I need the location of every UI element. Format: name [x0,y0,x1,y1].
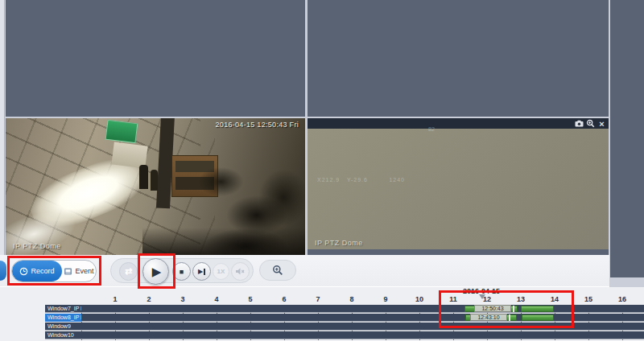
timeline-hour-label: 1 [113,295,117,303]
video-window7[interactable]: 2016-04-15 12:50:43 Fri IP PTZ Dome [6,118,305,255]
recording-time-tag: 12:43:10 [470,314,507,321]
panel-collapse-handle[interactable] [0,261,6,281]
play-button[interactable]: ▶ [142,258,169,285]
osd-timestamp: 2016-04-15 12:50:43 Fri [216,121,299,129]
timeline-row-label[interactable]: Window7_IP PTZ ... [45,305,81,313]
timeline-rows: Window7_IP PTZ ...12:50:43Window8_IP PTZ… [0,305,644,340]
play-icon: ▶ [152,265,162,279]
timeline-hour-label: 14 [551,295,559,303]
timeline-hour-label: 2 [147,295,151,303]
snapshot-icon[interactable] [575,119,584,128]
recording-bar[interactable] [521,306,554,312]
playback-position-line [509,314,510,321]
next-frame-button[interactable]: ▶ [192,262,211,281]
transport-button-group: ⇄ ▶ ■ ▶ 1X [110,258,254,283]
timeline-hour-label: 8 [349,295,353,303]
timeline-hour-label: 11 [449,295,457,303]
osd-preset-number: 82 [428,126,435,132]
timeline-row-label[interactable]: Window8_IP PTZ ... [45,314,81,322]
timeline-hour-label: 16 [618,295,626,303]
stop-icon: ■ [180,268,184,276]
shadow [142,228,305,255]
next-frame-icon: ▶ [198,269,205,275]
timeline-row-label[interactable]: Window9 [45,323,81,331]
osd-camera-name: IP PTZ Dome [13,242,61,250]
timeline-row[interactable]: Window10 [45,331,644,339]
mute-button[interactable] [231,262,250,281]
green-sign [105,120,138,143]
close-icon[interactable]: × [597,119,606,128]
timeline-hour-label: 10 [415,295,423,303]
timeline-zoom-button[interactable] [259,260,296,281]
recording-time-tag: 12:50:43 [474,305,511,312]
digital-zoom-icon[interactable] [586,119,595,128]
speed-button[interactable]: 1X [213,263,229,280]
timeline-row[interactable]: Window7_IP PTZ ...12:50:43 [45,305,644,313]
timeline-row-label[interactable]: Window10 [45,331,81,339]
sync-icon: ⇄ [125,266,132,277]
video-tile-empty-3[interactable] [610,0,644,277]
video-window8[interactable]: × 82 X212.9 Y-29.6 1240 IP PTZ Dome [308,118,609,255]
playback-control-bar: Record Event ⇄ ▶ ■ ▶ 1X [0,255,609,287]
timeline-hour-label: 15 [584,295,592,303]
timeline-row[interactable]: Window8_IP PTZ ...12:43:10 [45,314,644,322]
stop-button[interactable]: ■ [172,262,191,281]
person-silhouette [139,165,148,189]
left-panel-edge [0,0,5,255]
timeline-hour-label: 7 [316,295,320,303]
timeline-hour-label: 4 [214,295,218,303]
playback-position-line [513,306,514,312]
timeline-hour-label: 13 [517,295,525,303]
tab-record-label: Record [31,267,54,275]
record-event-switch: Record Event [11,260,97,282]
tab-event[interactable]: Event [62,261,96,281]
playback-window: 2016-04-15 12:50:43 Fri IP PTZ Dome × 82… [0,0,644,341]
video-frame [308,129,609,249]
magnifier-zoom-icon [272,265,283,276]
osd-ptz-coordinates: X212.9 Y-29.6 1240 [317,177,405,183]
video-tile-empty-1[interactable] [6,0,305,117]
timeline-hour-label: 3 [180,295,184,303]
timeline-panel: 2016-04-15 12345678910111213141516 Windo… [0,287,644,341]
clock-icon [19,267,28,276]
timeline-hour-label: 5 [248,295,252,303]
person-silhouette [151,170,158,191]
tab-event-label: Event [75,267,93,275]
video-tile-empty-2[interactable] [308,0,609,117]
osd-camera-name: IP PTZ Dome [315,239,363,247]
event-icon [64,267,72,276]
timeline-cursor-marker[interactable] [479,294,485,299]
tab-record[interactable]: Record [12,261,62,281]
speaker-muted-icon [235,267,246,276]
sync-playback-button[interactable]: ⇄ [119,262,138,281]
speed-label: 1X [217,268,225,275]
tile-toolbar: × [308,118,609,129]
timeline-hour-label: 6 [282,295,286,303]
recording-bar[interactable] [522,314,554,321]
timeline-hour-label: 9 [383,295,387,303]
timeline-row[interactable]: Window9 [45,323,644,331]
